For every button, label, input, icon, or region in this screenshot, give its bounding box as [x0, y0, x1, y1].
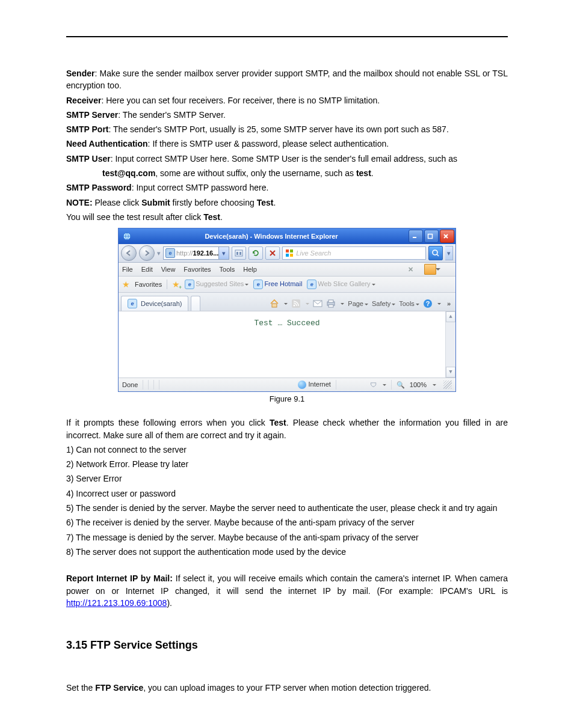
- favorites-label[interactable]: Favorites: [135, 281, 162, 288]
- err-2: 2) Network Error. Please try later: [66, 458, 508, 470]
- ie-logo-icon: [122, 231, 132, 241]
- para-smtp-user: SMTP User: Input correct SMTP User here.…: [66, 153, 508, 165]
- ie-favorites-bar: ★ Favorites ★+ eSuggested Sites eFree Ho…: [119, 277, 455, 293]
- para-note: NOTE: Please click Submit firstly before…: [66, 197, 508, 209]
- cmd-page[interactable]: Page: [348, 300, 368, 307]
- para-smtp-port: SMTP Port: The sender's SMTP Port, usual…: [66, 123, 508, 135]
- ie-content-area: Test … Succeed ▲ ▼: [119, 311, 455, 378]
- para-test-result: You will see the test result after click…: [66, 211, 508, 223]
- ie-page-icon: e: [253, 280, 263, 289]
- err-5: 5) The sender is denied by the server. M…: [66, 502, 508, 514]
- vertical-scrollbar[interactable]: ▲ ▼: [445, 311, 455, 378]
- svg-rect-22: [329, 305, 333, 307]
- menu-tools[interactable]: Tools: [220, 266, 235, 273]
- new-tab-button[interactable]: [191, 296, 200, 311]
- status-zoom[interactable]: 100%: [410, 381, 427, 388]
- err-8: 8) The server does not support the authe…: [66, 546, 508, 558]
- label-report-ip: Report Internet IP by Mail:: [66, 574, 173, 583]
- favorites-star-icon[interactable]: ★: [122, 280, 130, 289]
- ie-page-icon: e: [185, 280, 194, 289]
- print-icon[interactable]: [326, 299, 336, 308]
- compat-view-button[interactable]: [232, 246, 246, 260]
- test-result-text: Test … Succeed: [254, 319, 319, 328]
- para-smtp-password: SMTP Password: Input correct SMTP passwo…: [66, 182, 508, 194]
- menu-edit[interactable]: Edit: [141, 266, 153, 273]
- menu-file[interactable]: File: [122, 266, 133, 273]
- feeds-icon[interactable]: [291, 299, 301, 308]
- overflow-icon[interactable]: »: [445, 300, 453, 307]
- svg-line-15: [437, 254, 439, 256]
- fav-suggested-sites[interactable]: eSuggested Sites: [185, 280, 248, 289]
- svg-rect-21: [329, 300, 333, 302]
- svg-rect-11: [290, 249, 293, 252]
- ie-titlebar[interactable]: Device(sarah) - Windows Internet Explore…: [119, 228, 455, 244]
- add-favorites-icon[interactable]: ★+: [172, 280, 180, 289]
- page-view-button[interactable]: [424, 264, 436, 275]
- resize-grip-icon[interactable]: [443, 381, 452, 389]
- example-url-link[interactable]: http://121.213.109.69:1008: [66, 598, 167, 608]
- read-mail-icon[interactable]: [313, 299, 322, 308]
- svg-rect-6: [236, 252, 238, 255]
- label-smtp-password: SMTP Password: [66, 183, 132, 192]
- label-smtp-server: SMTP Server: [66, 110, 118, 120]
- label-need-auth: Need Authentication: [66, 139, 148, 148]
- ie-window-title: Device(sarah) - Windows Internet Explore…: [134, 233, 409, 240]
- browser-tab[interactable]: e Device(sarah): [121, 296, 188, 311]
- fav-web-slice-gallery[interactable]: eWeb Slice Gallery: [307, 280, 375, 289]
- ie-window: Device(sarah) - Windows Internet Explore…: [118, 228, 456, 392]
- back-button[interactable]: [121, 245, 137, 261]
- section-title-ftp: 3.15 FTP Service Settings: [66, 639, 508, 652]
- stop-button[interactable]: [265, 246, 280, 260]
- close-button[interactable]: [440, 230, 454, 243]
- label-smtp-port: SMTP Port: [66, 124, 109, 134]
- err-7: 7) The message is denied by the server. …: [66, 531, 508, 543]
- menu-view[interactable]: View: [161, 266, 176, 273]
- search-go-button[interactable]: [428, 246, 443, 260]
- para-need-auth: Need Authentication: If there is SMTP us…: [66, 138, 508, 150]
- menu-favorites[interactable]: Favorites: [184, 266, 211, 273]
- status-done: Done: [122, 381, 138, 388]
- para-report-ip: Report Internet IP by Mail: If select it…: [66, 572, 508, 609]
- status-zone: Internet: [298, 381, 331, 389]
- menubar-close-icon[interactable]: ✕: [406, 266, 416, 274]
- globe-icon: [298, 381, 306, 389]
- command-bar: Page Safety Tools ? »: [270, 299, 453, 311]
- refresh-button[interactable]: [248, 246, 263, 260]
- scroll-down-icon[interactable]: ▼: [446, 367, 455, 378]
- address-bar[interactable]: e http://192.16... ▾: [163, 246, 229, 260]
- ie-navbar: ▾ e http://192.16... ▾ Live Search ▾: [119, 244, 455, 263]
- home-icon[interactable]: [270, 299, 279, 308]
- label-receiver: Receiver: [66, 96, 101, 105]
- cmd-safety[interactable]: Safety: [372, 300, 395, 307]
- help-icon[interactable]: ?: [423, 299, 433, 308]
- para-smtp-user-cont: test@qq.com, some are without suffix, on…: [66, 167, 508, 179]
- maximize-button[interactable]: [424, 230, 439, 243]
- zoom-dropdown[interactable]: [433, 384, 436, 388]
- page-icon: e: [165, 248, 175, 258]
- protected-mode-icon[interactable]: 🛡: [370, 381, 377, 388]
- figure-ie-window: Device(sarah) - Windows Internet Explore…: [66, 228, 508, 392]
- ie-page-icon: e: [128, 299, 137, 308]
- label-sender: Sender: [66, 69, 94, 78]
- forward-button[interactable]: [139, 245, 155, 261]
- svg-rect-13: [290, 254, 293, 257]
- err-4: 4) Incorrect user or password: [66, 488, 508, 500]
- para-receiver: Receiver: Here you can set four receiver…: [66, 94, 508, 106]
- menu-help[interactable]: Help: [243, 266, 257, 273]
- cmd-tools[interactable]: Tools: [399, 300, 419, 307]
- err-1: 1) Can not connect to the server: [66, 444, 508, 456]
- recent-dropdown-icon[interactable]: ▾: [157, 249, 161, 257]
- svg-rect-5: [235, 250, 242, 256]
- label-smtp-user: SMTP User: [66, 154, 111, 164]
- minimize-button[interactable]: [409, 230, 423, 243]
- para-sender: Sender: Make sure the sender mailbox ser…: [66, 67, 508, 92]
- address-dropdown[interactable]: ▾: [218, 247, 229, 259]
- search-box[interactable]: Live Search: [282, 246, 426, 260]
- err-6: 6) The receiver is denied by the server.…: [66, 516, 508, 528]
- fav-free-hotmail[interactable]: eFree Hotmail: [253, 280, 302, 289]
- svg-rect-2: [428, 234, 433, 239]
- search-placeholder: Live Search: [296, 249, 331, 257]
- zoom-icon[interactable]: 🔍: [397, 381, 405, 389]
- search-dropdown[interactable]: ▾: [445, 246, 453, 260]
- ie-page-icon: e: [307, 280, 316, 289]
